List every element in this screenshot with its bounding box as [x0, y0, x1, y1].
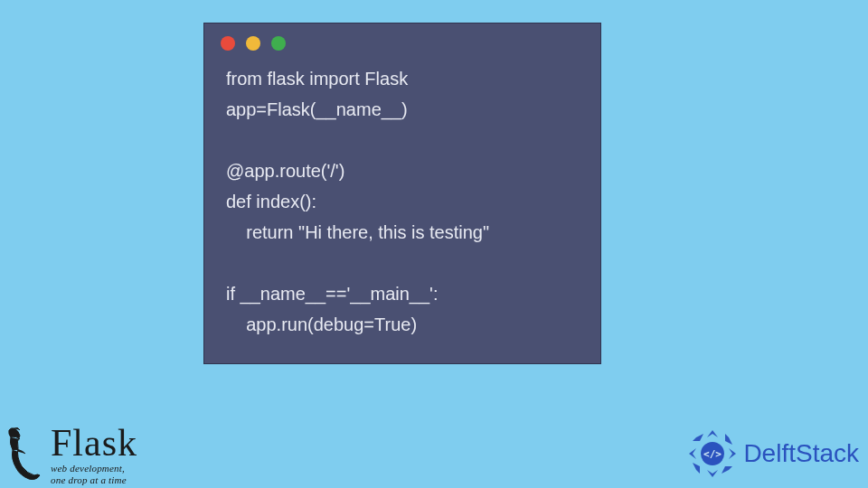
code-window: from flask import Flask app=Flask(__name… — [203, 23, 601, 364]
code-block: from flask import Flask app=Flask(__name… — [204, 58, 600, 345]
code-line: app=Flask(__name__) — [226, 99, 408, 119]
code-line: from flask import Flask — [226, 69, 408, 89]
svg-text:</>: </> — [703, 448, 722, 460]
flask-horn-icon — [4, 423, 45, 486]
flask-logo-title: Flask — [51, 424, 137, 462]
code-line: def index(): — [226, 192, 316, 211]
delftstack-logo: </> DelftStack — [685, 427, 859, 481]
window-titlebar — [204, 23, 600, 58]
code-line: @app.route('/') — [226, 161, 344, 181]
flask-logo-subtitle: web development, — [51, 464, 137, 474]
flask-logo-subtitle: one drop at a time — [51, 475, 137, 485]
code-line: return "Hi there, this is testing" — [226, 222, 489, 242]
delftstack-logo-name: DelftStack — [743, 439, 859, 468]
maximize-icon[interactable] — [271, 36, 286, 51]
flask-logo: Flask web development, one drop at a tim… — [4, 423, 137, 486]
delftstack-badge-icon: </> — [685, 427, 740, 481]
code-line: if __name__=='__main__': — [226, 284, 438, 304]
flask-logo-text: Flask web development, one drop at a tim… — [51, 424, 137, 485]
code-line: app.run(debug=True) — [226, 314, 417, 334]
minimize-icon[interactable] — [246, 36, 260, 51]
close-icon[interactable] — [221, 36, 235, 51]
